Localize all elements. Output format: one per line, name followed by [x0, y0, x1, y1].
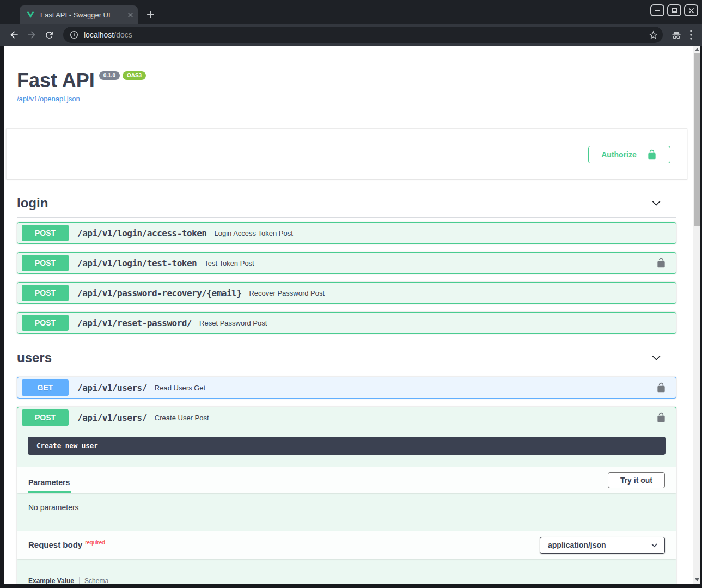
- openapi-spec-link[interactable]: /api/v1/openapi.json: [17, 95, 80, 103]
- operation-summary[interactable]: POST /api/v1/users/ Create User Post: [17, 407, 676, 428]
- url-path: /docs: [114, 30, 132, 39]
- maximize-button[interactable]: [667, 4, 681, 16]
- close-icon: [688, 8, 694, 14]
- opblock-login-2: POST /api/v1/password-recovery/{email} R…: [17, 282, 676, 304]
- operation-summary-text: Recover Password Post: [249, 289, 676, 297]
- minimize-icon: [655, 10, 660, 11]
- back-button[interactable]: [7, 27, 22, 42]
- authorize-button[interactable]: Authorize: [588, 146, 670, 163]
- tag-operations: POST /api/v1/login/access-token Login Ac…: [17, 218, 676, 334]
- authorize-label: Authorize: [601, 150, 637, 159]
- operation-summary[interactable]: POST /api/v1/login/test-token Test Token…: [17, 253, 676, 273]
- close-button[interactable]: [684, 4, 698, 16]
- operation-path: /api/v1/reset-password/: [77, 318, 192, 328]
- reload-button[interactable]: [41, 27, 57, 42]
- browser-tab[interactable]: Fast API - Swagger UI: [20, 5, 138, 24]
- operation-path: /api/v1/login/access-token: [77, 228, 206, 238]
- api-title-text: Fast API: [17, 69, 95, 91]
- required-badge: required: [85, 540, 105, 546]
- try-it-out-button[interactable]: Try it out: [608, 472, 665, 488]
- operation-summary[interactable]: POST /api/v1/password-recovery/{email} R…: [17, 283, 676, 303]
- scheme-container: Authorize: [6, 128, 687, 179]
- unlock-icon: [646, 149, 657, 160]
- operation-summary[interactable]: POST /api/v1/login/access-token Login Ac…: [17, 223, 676, 243]
- opblock-login-0: POST /api/v1/login/access-token Login Ac…: [17, 222, 676, 244]
- tag-title: users: [17, 350, 651, 365]
- oas3-badge: OAS3: [123, 71, 146, 80]
- tag-header-users[interactable]: users: [17, 346, 676, 372]
- content-type-value: application/json: [548, 541, 606, 549]
- request-body-title: Request bodyrequired: [28, 540, 105, 550]
- opblock-users-1: POST /api/v1/users/ Create User Post Cre…: [17, 407, 676, 584]
- content-type-select[interactable]: application/json: [540, 537, 665, 554]
- chevron-down-icon[interactable]: [651, 198, 662, 209]
- tag-title: login: [17, 195, 651, 211]
- tab-parameters[interactable]: Parameters: [28, 471, 71, 493]
- window-titlebar: Fast API - Swagger UI: [0, 0, 702, 24]
- tab-schema[interactable]: Schema: [84, 577, 108, 584]
- method-badge: GET: [22, 379, 69, 396]
- new-tab-button[interactable]: [143, 7, 158, 22]
- operation-description: Create new user: [28, 437, 666, 455]
- operation-summary[interactable]: POST /api/v1/reset-password/ Reset Passw…: [17, 313, 676, 333]
- page-title: Fast API0.1.0OAS3: [17, 71, 693, 90]
- method-badge: POST: [22, 255, 69, 271]
- opblock-users-0: GET /api/v1/users/ Read Users Get: [17, 377, 676, 399]
- select-chevron-icon: [651, 542, 658, 549]
- api-info: Fast API0.1.0OAS3 /api/v1/openapi.json: [4, 46, 693, 103]
- method-badge: POST: [22, 409, 69, 426]
- operation-summary-text: Test Token Post: [204, 259, 650, 267]
- tag-header-login[interactable]: login: [17, 191, 676, 218]
- maximize-icon: [672, 8, 677, 13]
- tab-close-icon[interactable]: [127, 12, 133, 18]
- api-operations: login POST /api/v1/login/access-token Lo…: [17, 191, 676, 584]
- method-badge: POST: [22, 225, 69, 241]
- page-viewport: Fast API0.1.0OAS3 /api/v1/openapi.json A…: [4, 46, 700, 584]
- browser-menu-icon[interactable]: [690, 30, 692, 40]
- no-parameters-text: No parameters: [17, 493, 676, 518]
- swagger-ui-page: Fast API0.1.0OAS3 /api/v1/openapi.json A…: [4, 46, 693, 584]
- tab-separator: [79, 577, 80, 584]
- scroll-up-arrow[interactable]: [693, 46, 700, 53]
- version-badge: 0.1.0: [99, 71, 120, 80]
- tab-title: Fast API - Swagger UI: [40, 11, 124, 19]
- minimize-button[interactable]: [650, 4, 664, 16]
- tag-operations: GET /api/v1/users/ Read Users Get POST /…: [17, 372, 676, 584]
- bookmark-star-icon[interactable]: [648, 30, 658, 40]
- opblock-login-1: POST /api/v1/login/test-token Test Token…: [17, 252, 676, 274]
- method-badge: POST: [22, 285, 69, 301]
- window-controls: [650, 4, 698, 16]
- address-bar[interactable]: localhost/docs: [63, 27, 663, 43]
- incognito-icon: [670, 29, 682, 41]
- scroll-down-arrow[interactable]: [693, 576, 700, 584]
- request-body-label: Request body: [28, 540, 82, 549]
- operation-path: /api/v1/login/test-token: [77, 258, 197, 268]
- operation-summary-text: Reset Password Post: [199, 319, 676, 327]
- browser-toolbar: localhost/docs: [0, 24, 702, 46]
- chevron-down-icon[interactable]: [651, 352, 662, 363]
- tag-section-login: login POST /api/v1/login/access-token Lo…: [17, 191, 676, 334]
- operation-path: /api/v1/users/: [77, 413, 147, 423]
- opblock-login-3: POST /api/v1/reset-password/ Reset Passw…: [17, 312, 676, 334]
- url-host: localhost: [84, 30, 114, 39]
- fastapi-favicon-icon: [26, 10, 35, 19]
- lock-open-icon[interactable]: [656, 412, 667, 423]
- method-badge: POST: [22, 315, 69, 331]
- tag-section-users: users GET /api/v1/users/ Read Users Get …: [17, 346, 676, 584]
- scrollbar-thumb[interactable]: [694, 53, 700, 226]
- operation-summary-text: Create User Post: [155, 414, 650, 422]
- tab-example-value[interactable]: Example Value: [28, 577, 74, 584]
- example-tabs: Example Value Schema: [28, 577, 665, 584]
- lock-open-icon[interactable]: [656, 258, 667, 268]
- parameters-header: Parameters Try it out: [17, 467, 676, 493]
- page-scrollbar[interactable]: [693, 46, 700, 584]
- operation-summary-text: Login Access Token Post: [214, 229, 676, 237]
- request-body-header: Request bodyrequired application/json: [17, 531, 676, 559]
- site-info-icon[interactable]: [70, 30, 78, 39]
- forward-button[interactable]: [24, 27, 39, 42]
- operation-path: /api/v1/users/: [77, 383, 147, 393]
- operation-summary-text: Read Users Get: [155, 384, 650, 392]
- operation-summary[interactable]: GET /api/v1/users/ Read Users Get: [17, 377, 676, 398]
- model-example: Example Value Schema {: [28, 577, 665, 584]
- lock-open-icon[interactable]: [656, 382, 667, 393]
